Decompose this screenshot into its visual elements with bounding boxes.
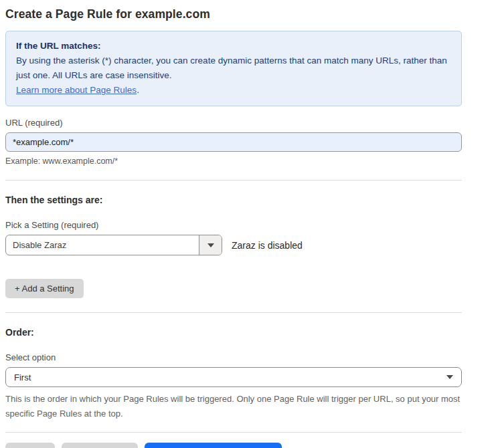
setting-select-value: Disable Zaraz	[6, 235, 199, 255]
setting-select[interactable]: Disable Zaraz	[5, 235, 222, 255]
cancel-button[interactable]: Cancel	[5, 443, 55, 448]
order-select[interactable]: First	[5, 367, 462, 387]
url-input[interactable]	[5, 132, 462, 152]
order-select-value: First	[14, 372, 31, 382]
url-example-text: Example: www.example.com/*	[5, 156, 462, 166]
setting-picker-row: Disable Zaraz Zaraz is disabled	[5, 235, 462, 255]
chevron-down-icon	[207, 243, 214, 247]
order-help-text: This is the order in which your Page Rul…	[5, 392, 462, 421]
settings-heading: Then the settings are:	[5, 195, 462, 205]
page-title: Create a Page Rule for example.com	[5, 7, 462, 21]
order-select-label: Select option	[5, 352, 462, 362]
link-suffix: .	[137, 85, 139, 95]
chevron-down-icon	[446, 375, 453, 379]
page-rule-form: Create a Page Rule for example.com If th…	[0, 0, 462, 448]
setting-select-dropdown-button[interactable]	[199, 235, 222, 255]
learn-more-link[interactable]: Learn more about Page Rules	[16, 85, 137, 95]
info-box-heading: If the URL matches:	[16, 39, 451, 53]
url-match-info-box: If the URL matches: By using the asteris…	[5, 31, 462, 106]
section-divider	[5, 180, 462, 181]
add-setting-button[interactable]: + Add a Setting	[5, 279, 84, 298]
save-as-draft-button[interactable]: Save as Draft	[62, 443, 138, 448]
setting-status-text: Zaraz is disabled	[232, 240, 303, 251]
section-divider	[5, 312, 462, 313]
info-box-link-line: Learn more about Page Rules.	[16, 83, 451, 98]
save-and-deploy-button[interactable]: Save and Deploy Page Rule	[145, 443, 282, 448]
setting-picker-label: Pick a Setting (required)	[5, 220, 462, 230]
info-box-body: By using the asterisk (*) character, you…	[16, 53, 451, 83]
url-field-label: URL (required)	[5, 118, 462, 128]
footer-divider	[5, 432, 462, 433]
order-heading: Order:	[5, 327, 462, 338]
form-actions: Cancel Save as Draft Save and Deploy Pag…	[5, 443, 462, 448]
